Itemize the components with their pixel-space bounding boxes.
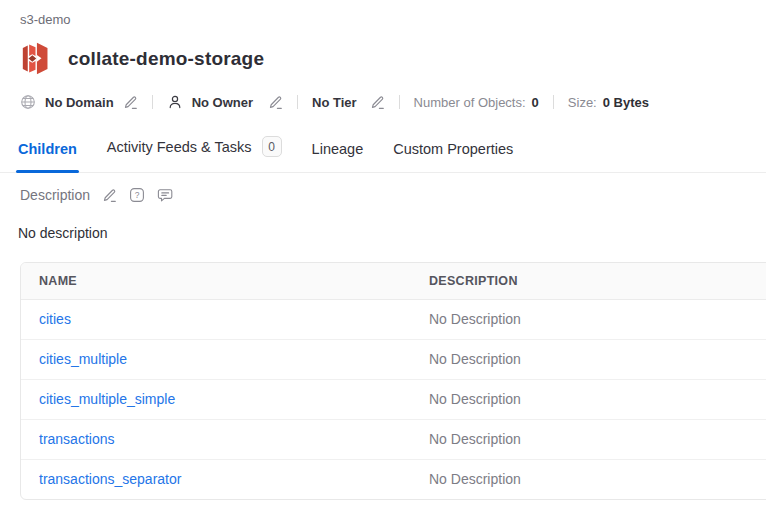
edit-domain-pencil-icon[interactable] — [123, 95, 138, 110]
size-label: Size: — [568, 95, 597, 110]
user-icon — [167, 94, 183, 110]
globe-icon — [20, 94, 36, 110]
size-value: 0 Bytes — [603, 95, 649, 110]
domain-label: No Domain — [45, 95, 114, 110]
tier-chip: No Tier — [312, 95, 385, 110]
child-description: No Description — [411, 340, 766, 380]
tab-custom-properties[interactable]: Custom Properties — [391, 137, 515, 172]
divider — [297, 95, 298, 109]
tab-lineage[interactable]: Lineage — [310, 137, 366, 172]
tab-children-label: Children — [18, 141, 77, 157]
objects-value: 0 — [532, 95, 539, 110]
table-row: transactions No Description — [21, 420, 766, 460]
owner-label: No Owner — [192, 95, 253, 110]
edit-tier-pencil-icon[interactable] — [370, 95, 385, 110]
description-header: Description ? — [20, 187, 746, 203]
tab-activity-feeds[interactable]: Activity Feeds & Tasks 0 — [105, 132, 284, 172]
activity-count-badge: 0 — [262, 136, 282, 157]
child-description: No Description — [411, 420, 766, 460]
domain-chip: No Domain — [20, 94, 138, 110]
child-description: No Description — [411, 460, 766, 500]
svg-text:?: ? — [135, 190, 140, 200]
divider — [399, 95, 400, 109]
column-header-name: NAME — [21, 263, 411, 300]
edit-owner-pencil-icon[interactable] — [268, 95, 283, 110]
objects-count: Number of Objects: 0 — [414, 95, 539, 110]
tab-bar: Children Activity Feeds & Tasks 0 Lineag… — [0, 132, 766, 173]
tab-activity-feeds-label: Activity Feeds & Tasks — [107, 139, 252, 155]
child-description: No Description — [411, 380, 766, 420]
edit-description-pencil-icon[interactable] — [102, 188, 117, 203]
breadcrumb-service-link[interactable]: s3-demo — [20, 12, 71, 27]
tab-children[interactable]: Children — [16, 137, 79, 172]
breadcrumb: s3-demo — [20, 12, 766, 27]
comment-icon[interactable] — [157, 187, 174, 203]
tab-custom-properties-label: Custom Properties — [393, 141, 513, 157]
objects-label: Number of Objects: — [414, 95, 526, 110]
table-row: cities No Description — [21, 300, 766, 340]
size-info: Size: 0 Bytes — [568, 95, 649, 110]
description-empty-text: No description — [18, 225, 746, 241]
entity-meta-bar: No Domain No Owner No Tier — [20, 94, 766, 110]
children-table: NAME DESCRIPTION cities No Description c… — [20, 262, 766, 500]
tab-lineage-label: Lineage — [312, 141, 364, 157]
entity-header: collate-demo-storage — [20, 41, 766, 76]
table-row: transactions_separator No Description — [21, 460, 766, 500]
page-title: collate-demo-storage — [68, 48, 264, 70]
child-link[interactable]: transactions — [39, 431, 114, 447]
child-link[interactable]: cities_multiple — [39, 351, 127, 367]
owner-chip: No Owner — [167, 94, 283, 110]
table-row: cities_multiple_simple No Description — [21, 380, 766, 420]
table-row: cities_multiple No Description — [21, 340, 766, 380]
description-title: Description — [20, 187, 90, 203]
tier-label: No Tier — [312, 95, 357, 110]
child-link[interactable]: cities_multiple_simple — [39, 391, 175, 407]
divider — [152, 95, 153, 109]
child-link[interactable]: transactions_separator — [39, 471, 181, 487]
s3-bucket-icon — [20, 41, 51, 76]
column-header-description: DESCRIPTION — [411, 263, 766, 300]
request-description-icon[interactable]: ? — [129, 187, 145, 203]
divider — [553, 95, 554, 109]
table-header-row: NAME DESCRIPTION — [21, 263, 766, 300]
child-description: No Description — [411, 300, 766, 340]
child-link[interactable]: cities — [39, 311, 71, 327]
